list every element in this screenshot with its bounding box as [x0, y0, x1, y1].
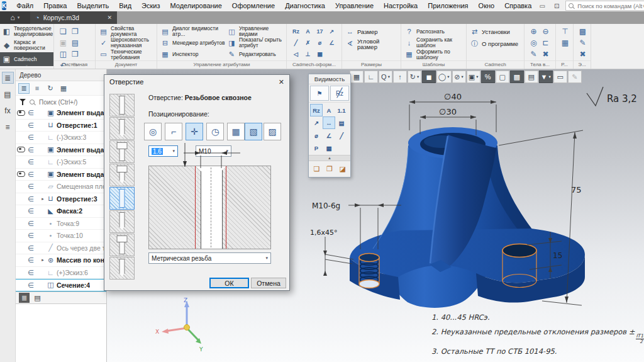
ribbon-command[interactable]: ▤ Свойства документа [99, 26, 153, 37]
positioning-button[interactable]: ◷ [206, 123, 224, 140]
e-tool-button[interactable]: ✖ [577, 48, 589, 60]
view-tool-button[interactable]: ∟ ▾ [364, 71, 378, 83]
view-tool-button[interactable]: ✎ ▾ [568, 71, 582, 83]
visibility-eye-icon[interactable] [16, 122, 26, 128]
visibility-toggle-button[interactable]: P [310, 142, 323, 154]
ribbon-command[interactable]: ✓ Шероховатость неуказанная [99, 37, 153, 48]
tree-item[interactable]: ∈ ▸ • Точка:10 [16, 230, 106, 242]
tree-toolbar-button[interactable]: ▦ [58, 83, 69, 94]
hole-type-thumbnail[interactable] [109, 234, 135, 256]
tab-close-icon[interactable]: ✕ [107, 14, 112, 21]
visibility-toggle-button[interactable]: ╱ [335, 129, 348, 142]
tree-item[interactable]: ∈ ▸ ╱ Ось через две то... [16, 242, 106, 255]
view-tool-button[interactable]: ◼ ▾ [422, 71, 436, 83]
visibility-eye-icon[interactable] [16, 135, 26, 140]
view-tool-button[interactable]: ↻ ▾ [408, 71, 421, 83]
bodies-tool-button[interactable]: ✖ [540, 48, 552, 60]
decor-tool-button[interactable]: ∠ [326, 37, 338, 48]
expander-icon[interactable]: ▸ [40, 196, 46, 201]
expander-icon[interactable]: ▸ [40, 257, 46, 263]
modes-collapse-chevron[interactable]: ⌄ [0, 62, 53, 69]
view-tool-button[interactable]: ⊘ ▾ [452, 71, 466, 83]
view-tool-button[interactable]: ▩ ▾ [510, 71, 524, 83]
tree-item[interactable]: ∈ ▸ ▣ Элемент выдавл... [16, 169, 106, 181]
menu-item[interactable]: Моделирование [165, 2, 227, 9]
panel-collapse-handle[interactable]: ▲ [309, 155, 350, 161]
visibility-toggle-button[interactable]: ↔ [323, 116, 335, 129]
bodies-tool-button[interactable]: ✎ [528, 48, 540, 60]
command-search[interactable] [565, 1, 644, 11]
decor-tool-button[interactable]: ◁ [290, 48, 302, 60]
view-tool-button[interactable]: ▤ ▾ [525, 71, 538, 83]
tree-item[interactable]: ∈ ▸ ∟ (+)Эскиз:6 [16, 267, 106, 280]
tree-item[interactable]: ∈ ▸ ▣ Элемент выдавл... [16, 144, 106, 157]
visibility-toggle-button[interactable]: ↗ [310, 116, 323, 129]
hole-type-thumbnail[interactable] [109, 94, 135, 116]
document-tab[interactable]: ◔ Корпус.m3d ✕ [30, 11, 117, 24]
ribbon-command[interactable]: ⇄ Установки [470, 26, 518, 38]
home-button[interactable]: ⌂ ▾ [0, 11, 30, 24]
mode-item[interactable]: ◧ Твердотельное моделирование [0, 25, 53, 38]
tree-tab-button[interactable]: ▤ [32, 293, 43, 303]
decor-tool-button[interactable]: ⌀ [314, 37, 326, 48]
menu-item[interactable]: Эскиз [136, 2, 165, 9]
filter-icon[interactable] [19, 98, 26, 106]
hole-type-thumbnail[interactable] [109, 164, 135, 186]
dialog-title-bar[interactable]: Отверстие ✕ [104, 75, 289, 89]
visibility-eye-icon[interactable] [16, 184, 26, 189]
bodies-tool-button[interactable]: ⊏ [540, 37, 552, 48]
tree-item[interactable]: ∈ ▸ ∟ (-)Эскиз:3 [16, 132, 106, 144]
ribbon-command[interactable]: ◨ Показать/ скрыть атрибут [227, 37, 283, 48]
decor-tool-button[interactable]: 17 [314, 26, 326, 37]
tree-toolbar-button[interactable]: ≣ [18, 83, 30, 94]
tree-item[interactable]: ∈ ▸ ⊔ Отверстие:1 [16, 120, 106, 132]
tree-item[interactable]: ∈ ▸ • Точка:9 [16, 218, 106, 230]
hole-type-thumbnail[interactable] [109, 140, 135, 163]
view-tool-button[interactable]: ↑ ▾ [393, 71, 407, 83]
tree-item[interactable]: ∈ ▸ ⊛ Массив по конц... [16, 254, 106, 267]
tree-item[interactable]: ∈ ▸ ▱ Смещенная пло... [16, 181, 106, 193]
panel-switch-button[interactable]: ≡ [2, 121, 14, 133]
system-tool-button[interactable]: ❒ [69, 48, 81, 60]
e-tool-button[interactable]: ✎ [577, 37, 589, 48]
menu-item[interactable]: Окно [474, 2, 500, 9]
decor-tool-button[interactable]: ╱ [290, 37, 302, 48]
positioning-button[interactable]: ◎ [144, 123, 162, 140]
section-style-button[interactable]: ▧ [245, 123, 262, 140]
visibility-toggle-button[interactable]: ∠ [323, 129, 335, 142]
visibility-eye-icon[interactable] [16, 110, 26, 116]
visibility-eye-icon[interactable] [16, 233, 26, 239]
visibility-toggle-button[interactable]: ▤ [335, 116, 348, 129]
ribbon-command[interactable]: ✎ Редактировать [227, 49, 283, 60]
positioning-button[interactable]: ⌐ [165, 123, 182, 140]
ribbon-command[interactable]: ▭ Технические требования [99, 49, 153, 60]
command-search-input[interactable] [576, 2, 644, 10]
view-tool-button[interactable]: ▼ ▾ [539, 71, 553, 83]
view-tool-button[interactable]: % ▾ [481, 71, 495, 83]
r-tool-button[interactable]: ⊤ [559, 26, 571, 37]
cancel-button[interactable]: Отмена [251, 278, 286, 288]
menu-item[interactable]: Справка [499, 2, 536, 9]
visibility-toggle-button[interactable]: ▦ [323, 142, 335, 154]
positioning-button[interactable]: ✛ [186, 123, 203, 140]
decor-tool-button[interactable]: ↗ [326, 26, 338, 37]
menu-item[interactable]: Приложения [423, 2, 473, 9]
system-tool-button[interactable]: ❏ [57, 26, 69, 37]
tree-toolbar-button[interactable]: ≡ [31, 83, 43, 94]
hole-type-thumbnail[interactable] [109, 257, 135, 280]
visibility-eye-icon[interactable] [16, 159, 26, 165]
view-tool-button[interactable]: ▢ ▾ [496, 71, 509, 83]
bodies-tool-button[interactable]: ◎ [528, 37, 540, 48]
tree-item[interactable]: ∈ ▸ ▣ Элемент выдавл... [16, 107, 106, 120]
visibility-eye-icon[interactable] [16, 269, 26, 275]
bodies-tool-button[interactable]: ⊖ [540, 26, 552, 37]
tree-tab-button[interactable]: ≣ [19, 293, 30, 303]
quick-access-icon[interactable]: ⊡ [551, 1, 562, 10]
system-tool-button[interactable]: ▤ [69, 37, 81, 48]
ribbon-command[interactable]: ◫ Управление видами [227, 26, 283, 37]
visibility-eye-icon[interactable] [16, 282, 26, 288]
tree-item[interactable]: ∈ ▸ ⊔ Отверстие:3 [16, 193, 106, 206]
tree-search-input[interactable] [38, 98, 103, 106]
visibility-eye-icon[interactable] [16, 220, 26, 226]
ribbon-command[interactable]: ⊟ Менеджер атрибутов [160, 37, 225, 48]
